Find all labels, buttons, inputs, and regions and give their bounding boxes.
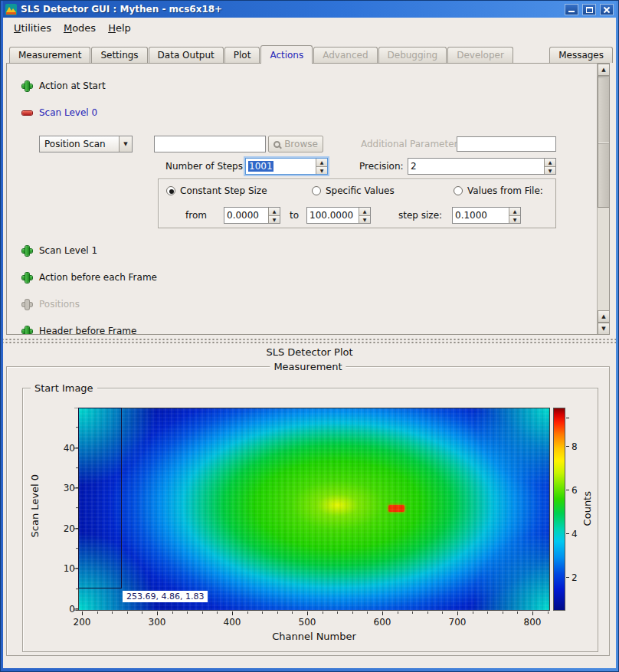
positions-row: Positions [22,298,80,310]
scan-level-1-row[interactable]: Scan Level 1 [22,244,97,257]
spin-up-button[interactable]: ▲ [269,208,280,215]
collapse-minus-icon[interactable] [22,108,32,118]
colorbar-tick-label: 4 [572,529,578,539]
menu-help[interactable]: Help [102,20,137,36]
step-size-value[interactable] [453,208,509,223]
constant-step-radio[interactable]: Constant Step Size [166,185,267,196]
x-axis-major-ticks [78,611,550,615]
minimize-button[interactable] [565,4,578,15]
start-image-title: Start Image [31,382,97,394]
scrollbar-thumb[interactable] [598,76,610,208]
precision-value[interactable] [408,159,544,174]
number-of-steps-label: Number of Steps: [165,161,242,172]
x-tick-label: 600 [367,617,398,628]
actions-panel: Action at Start Scan Level 0 Position Sc… [6,63,610,335]
spin-up-button[interactable]: ▲ [509,208,520,215]
scan-level-0-row[interactable]: Scan Level 0 [22,107,97,119]
radio-selected-icon[interactable] [166,186,175,195]
spin-down-button[interactable]: ▼ [269,215,280,224]
tab-measurement[interactable]: Measurement [9,47,90,63]
chevron-down-icon[interactable]: ▼ [119,136,132,152]
expand-plus-icon[interactable] [22,273,32,283]
step-size-spinbox[interactable]: ▲▼ [452,207,521,224]
number-of-steps-spinbox[interactable]: 1001 ▲▼ [245,158,328,175]
expand-plus-icon[interactable] [22,326,32,336]
radio-icon[interactable] [454,186,463,195]
browse-label: Browse [284,139,318,149]
precision-label: Precision: [359,161,404,172]
tab-settings[interactable]: Settings [91,47,147,63]
colorbar-ticks [566,408,569,611]
x-tick-label: 200 [67,617,97,628]
scroll-up-button[interactable]: ▲ [598,64,610,76]
scroll-up-button-2[interactable]: ▲ [598,310,610,323]
minimize-icon [568,11,575,12]
tab-debugging: Debugging [378,47,447,63]
zoom-selection-rect [78,408,122,588]
expand-plus-icon[interactable] [22,81,32,91]
spin-down-button[interactable]: ▼ [545,166,555,175]
heatmap-image[interactable] [79,408,549,610]
y-tick-label: 0 [52,604,75,615]
titlebar[interactable]: SLS Detector GUI : Mythen - mcs6x18+ [3,1,616,18]
header-before-frame-label: Header before Frame [39,326,136,335]
specific-values-label: Specific Values [326,185,395,196]
tabbar: Measurement Settings Data Output Plot Ac… [9,45,613,63]
scan-mode-combobox[interactable]: Position Scan ▼ [39,136,133,152]
spin-down-button[interactable]: ▼ [509,215,520,224]
x-tick-label: 400 [217,617,247,628]
menu-modes[interactable]: Modes [57,20,102,36]
number-of-steps-value[interactable]: 1001 [248,161,273,172]
tab-messages[interactable]: Messages [549,47,613,63]
scroll-down-button[interactable]: ▼ [598,323,610,335]
values-from-file-label: Values from File: [467,185,543,196]
window-title: SLS Detector GUI : Mythen - mcs6x18+ [21,4,561,15]
spin-up-button[interactable]: ▲ [316,159,327,166]
scan-level-1-label: Scan Level 1 [39,245,97,256]
tab-advanced: Advanced [313,47,377,63]
step-size-label: step size: [398,210,442,221]
splitter-handle[interactable] [3,337,616,343]
menu-utilities[interactable]: Utilities [8,20,57,36]
scan-script-input[interactable] [154,136,266,152]
tab-data-output[interactable]: Data Output [149,47,224,63]
precision-spinbox[interactable]: ▲▼ [408,158,556,175]
x-tick-label: 300 [142,617,172,628]
specific-values-radio[interactable]: Specific Values [312,185,395,196]
header-before-frame-row[interactable]: Header before Frame [22,325,136,335]
spin-down-button[interactable]: ▼ [359,215,370,224]
tab-developer: Developer [447,47,513,63]
spin-up-button[interactable]: ▲ [359,208,370,215]
from-spinbox[interactable]: ▲▼ [224,207,280,224]
y-tick-label: 20 [52,523,75,534]
x-axis-label: Channel Number [78,631,550,642]
additional-parameter-input[interactable] [457,136,556,152]
from-value[interactable] [224,208,268,223]
expand-plus-icon[interactable] [22,246,32,256]
tab-actions[interactable]: Actions [260,45,313,64]
values-from-file-radio[interactable]: Values from File: [454,185,543,196]
app-window: SLS Detector GUI : Mythen - mcs6x18+ Uti… [0,0,619,672]
tab-plot[interactable]: Plot [224,47,260,63]
action-at-start-row[interactable]: Action at Start [22,80,106,92]
vertical-scrollbar[interactable]: ▲ ▲ ▼ [597,64,609,335]
action-before-frame-row[interactable]: Action before each Frame [22,271,157,284]
y-axis-label: Scan Level 0 [29,474,41,537]
browse-icon [273,141,280,148]
x-tick-label: 500 [292,617,323,628]
spin-down-button[interactable]: ▼ [316,166,327,175]
radio-icon[interactable] [312,186,321,195]
close-button[interactable] [600,4,614,15]
maximize-button[interactable] [582,4,596,15]
to-spinbox[interactable]: ▲▼ [306,207,371,224]
measurement-groupbox: Measurement Start Image Scan Level 0 0 1… [6,366,610,656]
peak-hotspot [388,505,404,512]
plot-canvas[interactable] [78,408,550,611]
colorbar-tick-label: 6 [572,485,578,496]
x-tick-label: 700 [442,617,473,628]
browse-button: Browse [268,136,323,152]
to-value[interactable] [307,208,359,223]
y-tick-label: 30 [52,483,75,493]
spin-up-button[interactable]: ▲ [545,159,555,166]
y-tick-label: 40 [52,443,75,454]
